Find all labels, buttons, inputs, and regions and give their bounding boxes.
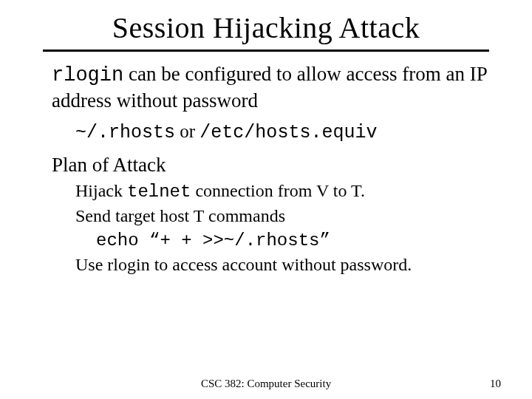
slide-title: Session Hijacking Attack [0,10,532,45]
plan-command: echo “+ + >>~/.rhosts” [96,230,489,252]
plan-line-3: Use rlogin to access account without pas… [75,253,489,276]
title-underline [43,50,489,52]
plan-line-2: Send target host T commands [75,205,489,227]
code-rlogin: rlogin [52,64,123,86]
code-telnet: telnet [127,182,191,202]
plan-heading: Plan of Attack [52,153,489,178]
slide: Session Hijacking Attack rlogin can be c… [0,10,532,399]
footer-page-number: 10 [490,378,501,390]
sub-files-line: ~/.rhosts or /etc/hosts.equiv [75,120,489,144]
code-rhosts: ~/.rhosts [75,122,175,143]
text-or: or [175,121,200,141]
code-hosts-equiv: /etc/hosts.equiv [200,122,377,143]
paragraph-rlogin: rlogin can be configured to allow access… [52,62,489,114]
plan-l1c: connection from V to T. [191,181,365,200]
plan-line-1: Hijack telnet connection from V to T. [75,180,489,203]
footer-course: CSC 382: Computer Security [0,378,532,390]
plan-l1a: Hijack [75,181,127,200]
slide-body: rlogin can be configured to allow access… [52,62,489,276]
